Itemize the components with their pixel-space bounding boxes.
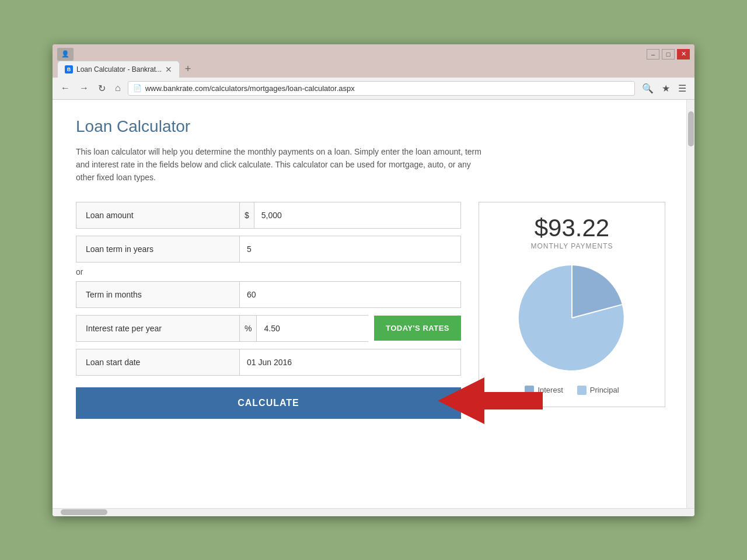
results-panel: $93.22 MONTHLY PAYMENTS [479,202,665,407]
tab-bar: B Loan Calculator - Bankrat... ✕ + [53,61,694,78]
calculate-button[interactable]: CALCULATE [76,387,461,419]
loan-start-date-row: Loan start date [76,349,461,376]
loan-term-years-label: Loan term in years [76,236,240,262]
pie-chart-container [491,260,653,376]
nav-actions: 🔍 ★ ☰ [640,82,689,95]
maximize-button[interactable]: □ [662,49,675,60]
title-bar: 👤 – □ ✕ [53,44,694,61]
browser-window: 👤 – □ ✕ B Loan Calculator - Bankrat... ✕… [53,44,694,516]
interest-rate-label: Interest rate per year [76,316,240,341]
active-tab[interactable]: B Loan Calculator - Bankrat... ✕ [57,61,180,78]
user-button[interactable]: 👤 [57,48,74,61]
tab-label: Loan Calculator - Bankrat... [76,65,162,74]
loan-amount-row: Loan amount $ [76,202,461,229]
address-bar[interactable]: 📄 [128,81,635,96]
form-section: Loan amount $ Loan term in years or Term… [76,202,461,419]
back-button[interactable]: ← [58,82,72,94]
main-layout: Loan amount $ Loan term in years or Term… [76,202,671,419]
navigation-bar: ← → ↻ ⌂ 📄 🔍 ★ ☰ [53,78,694,100]
page-description: This loan calculator will help you deter… [76,145,484,184]
monthly-amount: $93.22 [491,214,653,242]
menu-button[interactable]: ☰ [676,82,689,95]
loan-term-years-input[interactable] [240,236,460,262]
arrow-indicator [438,377,543,424]
url-input[interactable] [145,84,630,93]
content-area: Loan Calculator This loan calculator wil… [53,100,694,508]
percent-symbol: % [240,316,257,341]
page-icon: 📄 [133,84,142,92]
pie-chart [514,260,630,376]
term-months-label: Term in months [76,282,240,307]
principal-color-swatch [577,386,587,395]
home-button[interactable]: ⌂ [113,82,123,94]
interest-rate-input[interactable] [257,316,373,341]
scrollbar-thumb [688,111,694,146]
dollar-symbol: $ [240,202,254,228]
loan-amount-input[interactable] [254,202,460,228]
tab-close-icon[interactable]: ✕ [165,65,172,74]
page-title: Loan Calculator [76,117,671,136]
principal-legend-label: Principal [590,386,619,394]
bookmark-button[interactable]: ★ [659,82,672,95]
or-text: or [76,267,461,276]
vertical-scrollbar[interactable] [686,100,694,508]
horizontal-scrollbar[interactable] [53,508,694,516]
loan-start-date-label: Loan start date [76,349,240,375]
zoom-button[interactable]: 🔍 [640,82,656,95]
svg-marker-0 [438,377,543,424]
red-arrow-svg [438,377,543,424]
principal-legend-item: Principal [577,386,619,395]
tab-favicon: B [65,65,73,74]
todays-rates-button[interactable]: TODAY'S RATES [374,316,461,341]
loan-amount-label: Loan amount [76,202,240,228]
calculate-section: CALCULATE [76,383,461,419]
monthly-label: MONTHLY PAYMENTS [491,242,653,250]
term-months-row: Term in months [76,281,461,308]
interest-field: Interest rate per year % [76,315,368,342]
loan-start-date-input[interactable] [240,349,460,375]
new-tab-button[interactable]: + [180,61,196,78]
forward-button[interactable]: → [77,82,91,94]
horizontal-scrollbar-thumb [61,509,107,515]
term-months-input[interactable] [240,282,460,307]
minimize-button[interactable]: – [647,49,659,60]
loan-term-years-row: Loan term in years [76,236,461,262]
close-button[interactable]: ✕ [677,49,690,60]
interest-rate-row: Interest rate per year % TODAY'S RATES [76,315,461,342]
refresh-button[interactable]: ↻ [96,82,108,95]
